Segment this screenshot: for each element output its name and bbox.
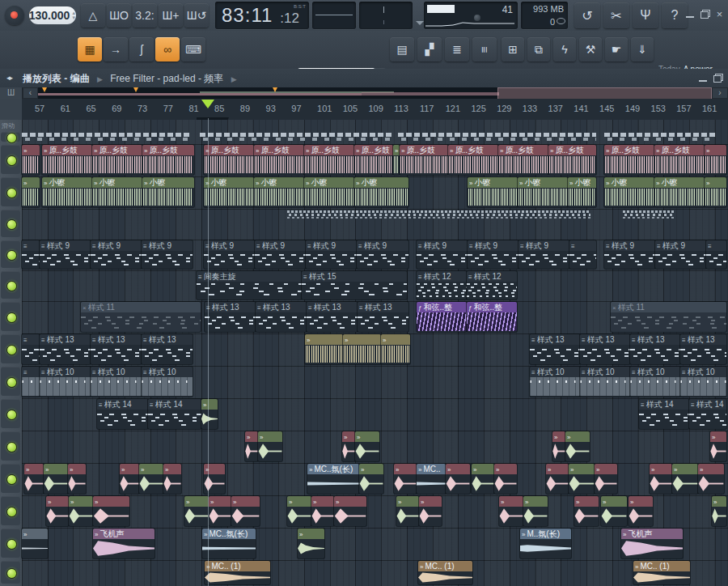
audio-clip[interactable]: » [698, 464, 724, 494]
audio-clip[interactable]: » [22, 177, 40, 207]
pattern-clip[interactable]: ≡样式 12 [467, 271, 517, 299]
audio-clip[interactable]: » [381, 334, 410, 364]
audio-clip[interactable]: » [298, 529, 324, 558]
loop-record-button[interactable]: Ш↺ [184, 3, 209, 28]
audio-clip[interactable]: » [705, 145, 726, 175]
audio-clip[interactable]: »原..乡鼓 [448, 145, 498, 175]
track-header[interactable] [1, 334, 20, 363]
pattern-clip[interactable]: ≡样式 9 [518, 240, 569, 269]
piano-preview-button[interactable]: Ш [0, 87, 23, 99]
track-header[interactable] [1, 145, 20, 174]
navigator-view-region[interactable] [497, 87, 712, 99]
pattern-clip[interactable]: ≡样式 10 [40, 367, 91, 397]
audio-clip[interactable]: » [565, 431, 590, 461]
mini-pattern-strip[interactable] [604, 132, 716, 142]
track-lane[interactable]: »»飞机声»MC..氛(长)»»M..氛(长)»飞机声 [22, 528, 728, 561]
step-advance-button[interactable]: → [104, 37, 128, 62]
track-header[interactable] [1, 210, 20, 237]
navigator-marker-flag-icon[interactable] [133, 87, 138, 92]
audio-clip[interactable]: »小镲 [142, 177, 194, 207]
track-lane[interactable]: »»小镲»小镲»小镲»小镲»小镲»小镲»小镲»小镲»小镲»小镲»小镲»小镲» [22, 176, 728, 210]
track-mute-led[interactable] [6, 507, 17, 517]
audio-clip[interactable]: » [258, 431, 282, 461]
audio-clip[interactable]: » [601, 496, 627, 526]
track-mute-led[interactable] [6, 281, 17, 291]
navigator-strip[interactable] [38, 87, 712, 99]
track-lane[interactable]: »»»»»»»»MC..氛(长)»»»MC..»»»»»»»»» [22, 463, 728, 496]
audio-clip[interactable]: » [93, 496, 129, 526]
pattern-clip[interactable]: ≡样式 9 [655, 240, 706, 269]
playlist-window-button[interactable]: ▤ [390, 37, 414, 62]
track-header[interactable] [1, 240, 20, 268]
audio-clip[interactable]: » [672, 464, 698, 494]
track-mute-led[interactable] [6, 133, 17, 143]
audio-clip[interactable]: »MC..氛(长) [307, 464, 359, 494]
audio-clip[interactable]: » [472, 464, 494, 494]
audio-clip[interactable]: »原..乡鼓 [400, 145, 448, 175]
audio-clip[interactable]: »小镲 [568, 177, 596, 207]
touch-button[interactable]: ☛ [605, 37, 628, 62]
track-lane[interactable]: »»»»»»» [22, 431, 728, 464]
track-lane[interactable]: ≡间奏主旋≡样式 15≡样式 12≡样式 12 [22, 270, 728, 302]
audio-clip[interactable]: » [342, 431, 355, 461]
track-mute-led[interactable] [6, 219, 17, 230]
mini-pattern-strip[interactable] [22, 132, 192, 142]
audio-clip[interactable]: » [343, 334, 381, 364]
pattern-clip[interactable]: ≡样式 13 [358, 302, 408, 332]
track-mute-led[interactable] [6, 377, 17, 388]
audio-clip[interactable]: » [499, 496, 523, 526]
export-button[interactable]: ⇓ [631, 37, 654, 62]
track-lane[interactable]: ≡≡样式 9≡样式 9≡样式 9≡样式 9≡样式 9≡样式 9≡样式 9≡样式 … [22, 240, 728, 271]
navigator-marker-flag-icon[interactable] [273, 87, 277, 92]
audio-clip[interactable]: » [163, 464, 181, 494]
audio-clip[interactable]: » [334, 496, 366, 526]
audio-clip[interactable]: »原..乡鼓 [204, 145, 254, 175]
pattern-clip[interactable]: ≡样式 12 [417, 271, 467, 299]
audio-clip[interactable]: » [494, 464, 517, 494]
pattern-clip[interactable]: ≡样式 13 [40, 334, 91, 364]
pattern-clip[interactable]: ≡间奏主旋 [197, 271, 302, 299]
audio-clip[interactable]: » [712, 496, 726, 526]
audio-clip[interactable]: »小镲 [254, 177, 304, 207]
audio-clip[interactable]: » [287, 496, 311, 526]
navigator-marker-flag-icon[interactable] [42, 87, 47, 92]
audio-clip[interactable]: »小镲 [468, 177, 518, 207]
track-mute-led[interactable] [6, 312, 17, 323]
pattern-song-mode-button[interactable]: ▦ [78, 37, 102, 62]
cpu-panel[interactable]: 41 [424, 2, 518, 29]
audio-clip[interactable]: » [69, 496, 93, 526]
audio-clip[interactable]: » [201, 399, 218, 429]
audio-clip[interactable]: » [120, 464, 139, 494]
mixer-window-button[interactable]: ≡ [472, 37, 497, 62]
track-mute-led[interactable] [6, 345, 17, 355]
audio-clip[interactable]: »原..乡鼓 [304, 145, 354, 175]
track-mute-led[interactable] [6, 155, 17, 166]
metronome-button[interactable]: △ [81, 3, 105, 28]
audio-clip[interactable]: »飞机声 [621, 529, 683, 558]
track-mute-led[interactable] [6, 410, 17, 420]
audio-clip[interactable]: » [305, 334, 343, 364]
audio-clip[interactable]: » [359, 464, 383, 494]
pattern-clip[interactable]: ≡样式 9 [604, 240, 655, 269]
audio-clip[interactable]: » [705, 177, 726, 207]
audio-clip[interactable]: »小镲 [92, 177, 142, 207]
overdub-button[interactable]: Ш+ [159, 3, 183, 28]
track-header[interactable] [1, 431, 20, 461]
countdown-button[interactable]: 3.2: [133, 3, 157, 28]
track-lane[interactable] [22, 131, 728, 145]
tempo-display[interactable]: 130.000 ▲▼ [29, 6, 76, 24]
pattern-clip[interactable]: ≡样式 13 [630, 334, 680, 364]
swing-button[interactable]: ʃ [129, 37, 154, 62]
audio-clip[interactable]: » [650, 464, 672, 494]
track-mute-led[interactable] [6, 250, 17, 261]
audio-clip[interactable]: »小镲 [654, 177, 705, 207]
mini-pattern-strip[interactable] [623, 210, 675, 220]
pattern-clip[interactable]: ≡样式 13 [256, 302, 307, 332]
pattern-clip[interactable]: ≡样式 9 [142, 240, 193, 269]
track-lane[interactable]: »»»»»»»»»»»»»»»»» [22, 495, 728, 529]
pattern-clip[interactable]: ≡样式 9 [468, 240, 518, 269]
automation-clip[interactable]: ƒ和弦..整 [417, 302, 467, 332]
audio-clip[interactable]: » [231, 496, 260, 526]
audio-clip[interactable]: » [595, 464, 617, 494]
pattern-clip[interactable]: ≡样式 10 [580, 367, 630, 397]
